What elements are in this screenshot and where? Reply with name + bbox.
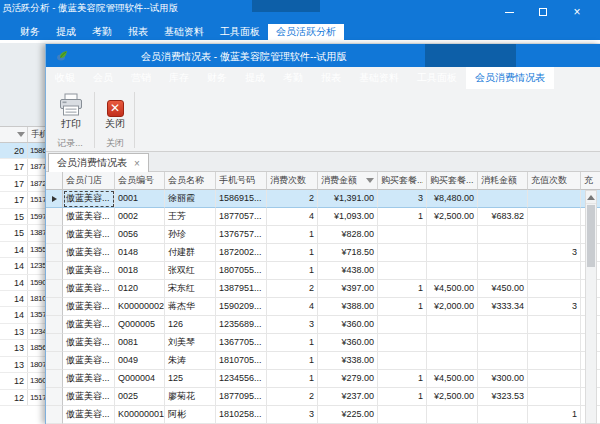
grid-cell[interactable]: 徐丽霞 [165, 190, 216, 208]
grid-cell[interactable]: Q000005 [115, 316, 165, 334]
bg-table-cell-count[interactable]: 15 [0, 225, 28, 240]
row-indicator-cell[interactable] [46, 226, 63, 244]
grid-cell[interactable]: ¥237.00 [318, 388, 378, 406]
bg-menu-item-6[interactable]: 工具面板 [212, 24, 268, 40]
app-menu-item-7[interactable]: 考勤 [274, 67, 312, 89]
bg-table-row[interactable]: 1718770 [0, 159, 46, 175]
row-indicator-cell[interactable] [46, 388, 63, 406]
grid-cell[interactable]: 1807055... [216, 262, 267, 280]
grid-cell[interactable]: ¥2,500.00 [427, 388, 478, 406]
grid-cell[interactable]: 0148 [115, 244, 165, 262]
app-menu-item-2[interactable]: 会员 [84, 67, 122, 89]
grid-cell[interactable]: 1 [378, 370, 427, 388]
grid-cell[interactable]: 4 [267, 298, 318, 316]
grid-cell[interactable]: K00000001 [115, 406, 165, 424]
bg-table-cell-phone[interactable]: 18102 [28, 291, 46, 306]
grid-cell[interactable]: 傲蓝美容... [63, 226, 115, 244]
bg-table-cell-count[interactable]: 17 [0, 159, 28, 174]
grid-cell[interactable]: 傲蓝美容... [63, 316, 115, 334]
grid-cell[interactable] [427, 226, 478, 244]
bg-table-row[interactable]: 1318565 [0, 340, 46, 356]
grid-cell[interactable]: 1 [378, 298, 427, 316]
grid-cell[interactable] [478, 262, 528, 280]
scroll-up-button[interactable] [586, 191, 596, 204]
bg-table-cell-phone[interactable]: 13556 [28, 242, 46, 257]
bg-table-cell-phone[interactable]: 18720 [28, 176, 46, 191]
row-indicator-cell[interactable] [46, 190, 63, 208]
grid-cell[interactable]: 0001 [115, 190, 165, 208]
bg-table-cell-count[interactable]: 14 [0, 307, 28, 322]
grid-cell[interactable]: 3 [267, 316, 318, 334]
grid-cell[interactable] [478, 352, 528, 370]
grid-header-cell[interactable]: 充值次数 [528, 172, 581, 190]
ribbon-group-records-label[interactable]: 记录... [46, 137, 94, 150]
bg-table-cell-count[interactable]: 14 [0, 291, 28, 306]
grid-header-cell[interactable]: 购买套餐... [378, 172, 427, 190]
grid-cell[interactable]: ¥683.82 [478, 208, 528, 226]
grid-cell[interactable] [478, 244, 528, 262]
grid-cell[interactable]: 1 [528, 406, 581, 424]
grid-cell[interactable]: 蒋杰华 [165, 298, 216, 316]
bg-table-cell-count[interactable]: 13 [0, 357, 28, 372]
grid-cell[interactable]: 1 [267, 262, 318, 280]
bg-table-row[interactable]: 1412356 [0, 258, 46, 274]
grid-cell[interactable] [528, 280, 581, 298]
grid-cell[interactable] [528, 370, 581, 388]
grid-cell[interactable]: 3 [528, 244, 581, 262]
grid-cell[interactable]: 2 [267, 280, 318, 298]
grid-cell[interactable]: ¥4,500.00 [427, 280, 478, 298]
grid-header-cell[interactable]: 消费次数 [267, 172, 318, 190]
bg-table-row[interactable]: 1718720 [0, 176, 46, 192]
grid-cell[interactable]: 3 [378, 190, 427, 208]
bg-table-cell-count[interactable]: 12 [0, 390, 28, 405]
grid-header-cell[interactable]: 充 [581, 172, 600, 190]
grid-cell[interactable]: 傲蓝美容... [63, 208, 115, 226]
bg-table-row[interactable]: 1318070 [0, 357, 46, 373]
grid-cell[interactable]: ¥300.00 [478, 370, 528, 388]
bg-table-cell-count[interactable]: 14 [0, 275, 28, 290]
bg-table-cell-phone[interactable]: 18565 [28, 340, 46, 355]
grid-cell[interactable] [427, 262, 478, 280]
bg-table-cell-phone[interactable]: 13576 [28, 307, 46, 322]
grid-header-cell[interactable]: 会员编号 [115, 172, 165, 190]
row-indicator-cell[interactable] [46, 244, 63, 262]
grid-cell[interactable]: ¥450.00 [478, 280, 528, 298]
minimize-button[interactable] [492, 4, 526, 20]
grid-cell[interactable]: 1 [267, 244, 318, 262]
grid-cell[interactable]: ¥2,000.00 [427, 298, 478, 316]
grid-cell[interactable]: K00000002 [115, 298, 165, 316]
grid-cell[interactable]: ¥438.00 [318, 262, 378, 280]
grid-row[interactable]: 傲蓝美容...0081刘美琴1367705...1¥360.00 [46, 334, 600, 352]
grid-header-cell[interactable]: 消费金额 [318, 172, 378, 190]
grid-row[interactable]: 傲蓝美容...0018张双红1807055...1¥438.00 [46, 262, 600, 280]
grid-cell[interactable] [528, 190, 581, 208]
grid-cell[interactable]: ¥323.53 [478, 388, 528, 406]
grid-cell[interactable]: ¥2,500.00 [427, 208, 478, 226]
grid-cell[interactable] [378, 352, 427, 370]
grid-cell[interactable]: ¥360.00 [318, 316, 378, 334]
grid-cell[interactable]: 1590209... [216, 298, 267, 316]
grid-cell[interactable]: ¥718.50 [318, 244, 378, 262]
grid-cell[interactable]: 1877095... [216, 388, 267, 406]
print-button[interactable]: 打印 [50, 91, 92, 133]
bg-table-cell-count[interactable]: 14 [0, 258, 28, 273]
grid-cell[interactable] [478, 226, 528, 244]
grid-cell[interactable] [427, 352, 478, 370]
app-menu-item-3[interactable]: 营销 [122, 67, 160, 89]
grid-cell[interactable]: 0025 [115, 388, 165, 406]
grid-cell[interactable]: ¥279.00 [318, 370, 378, 388]
grid-header-cell[interactable]: 手机号码 [216, 172, 267, 190]
bg-window-titlebar[interactable]: 员活跃分析 - 傲蓝美容院管理软件--试用版 × 财务提成考勤报表基础资料工具面… [0, 0, 600, 40]
grid-cell[interactable]: 0120 [115, 280, 165, 298]
vertical-scrollbar[interactable] [585, 190, 597, 424]
grid-cell[interactable]: 0049 [115, 352, 165, 370]
grid-cell[interactable]: 1 [267, 370, 318, 388]
row-indicator-cell[interactable] [46, 262, 63, 280]
row-indicator-cell[interactable] [46, 334, 63, 352]
grid-row[interactable]: 傲蓝美容...0025廖菊花1877095...2¥237.001¥2,500.… [46, 388, 600, 406]
grid-cell[interactable]: ¥397.00 [318, 280, 378, 298]
grid-cell[interactable] [528, 352, 581, 370]
grid-cell[interactable]: 宋东红 [165, 280, 216, 298]
bg-table-row[interactable]: 1515975 [0, 209, 46, 225]
grid-cell[interactable]: 0018 [115, 262, 165, 280]
